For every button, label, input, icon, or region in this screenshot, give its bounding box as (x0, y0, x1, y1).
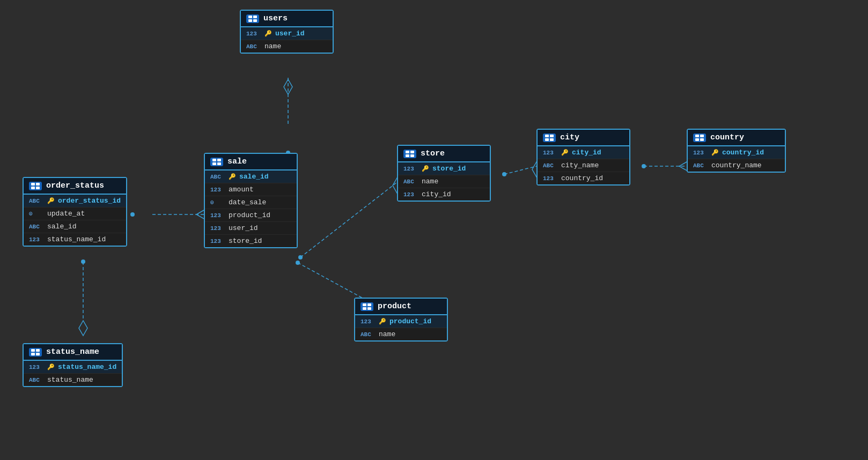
field-order_status-status_name_id: 123 status_name_id (24, 233, 126, 246)
field-sale-store_id: 123 store_id (205, 235, 297, 247)
table-city[interactable]: city 123 🔑 city_id ABC city_name 123 cou… (536, 129, 630, 186)
table-status_name-icon (29, 348, 42, 357)
svg-rect-40 (410, 154, 414, 157)
svg-rect-38 (410, 151, 414, 153)
field-sale-product_id: 123 product_id (205, 209, 297, 222)
table-product-icon (361, 302, 373, 311)
table-city-icon (543, 133, 556, 142)
table-city-label: city (560, 133, 579, 142)
svg-point-19 (642, 164, 646, 168)
svg-rect-47 (545, 138, 549, 141)
svg-rect-36 (36, 353, 40, 355)
table-status_name[interactable]: status_name 123 🔑 status_name_id ABC sta… (23, 343, 123, 387)
table-order_status[interactable]: order_status ABC 🔑 order_status_id ⊙ upd… (23, 177, 127, 247)
svg-rect-29 (31, 183, 35, 186)
svg-rect-43 (363, 307, 366, 310)
svg-rect-23 (248, 19, 252, 22)
table-store-body: 123 🔑 store_id ABC name 123 city_id (398, 162, 490, 201)
field-city-city_id: 123 🔑 city_id (538, 146, 629, 159)
svg-rect-22 (253, 16, 257, 18)
table-status_name-label: status_name (46, 347, 99, 357)
field-sale-date_sale: ⊙ date_sale (205, 196, 297, 209)
field-order_status-id: ABC 🔑 order_status_id (24, 195, 126, 207)
field-users-user_id: 123 🔑 user_id (241, 27, 333, 40)
svg-rect-21 (248, 16, 252, 18)
field-store-name: ABC name (398, 175, 490, 188)
table-order_status-label: order_status (46, 181, 104, 190)
svg-rect-51 (695, 138, 699, 141)
svg-rect-28 (217, 162, 221, 165)
table-city-body: 123 🔑 city_id ABC city_name 123 country_… (538, 146, 629, 184)
field-order_status-sale_id: ABC sale_id (24, 220, 126, 233)
svg-point-7 (81, 259, 85, 264)
table-product-label: product (378, 302, 411, 311)
erd-canvas: users 123 🔑 user_id ABC name sale ABC � (0, 0, 868, 460)
table-product-header: product (355, 299, 447, 315)
svg-rect-41 (363, 303, 366, 306)
svg-rect-32 (36, 187, 40, 189)
table-city-header: city (538, 130, 629, 146)
table-country-label: country (710, 133, 744, 142)
table-store-label: store (421, 149, 445, 158)
field-users-name: ABC name (241, 40, 333, 53)
table-store[interactable]: store 123 🔑 store_id ABC name 123 city_i… (397, 145, 491, 202)
table-store-icon (403, 150, 416, 158)
table-country-icon (693, 133, 706, 142)
svg-rect-42 (367, 303, 371, 306)
table-order_status-body: ABC 🔑 order_status_id ⊙ update_at ABC sa… (24, 195, 126, 246)
table-users-header: users (241, 11, 333, 27)
svg-rect-30 (36, 183, 40, 186)
field-status_name-id: 123 🔑 status_name_id (24, 361, 122, 374)
field-country-country_name: ABC country_name (688, 159, 785, 172)
table-country-body: 123 🔑 country_id ABC country_name (688, 146, 785, 172)
field-sale-sale_id: ABC 🔑 sale_id (205, 170, 297, 183)
svg-rect-48 (550, 138, 554, 141)
svg-rect-50 (700, 135, 704, 137)
svg-rect-46 (550, 135, 554, 137)
svg-rect-44 (367, 307, 371, 310)
table-users-label: users (263, 14, 288, 23)
table-store-header: store (398, 146, 490, 162)
table-country[interactable]: country 123 🔑 country_id ABC country_nam… (687, 129, 786, 173)
svg-rect-49 (695, 135, 699, 137)
table-product[interactable]: product 123 🔑 product_id ABC name (354, 298, 448, 342)
svg-rect-33 (31, 349, 35, 352)
table-sale-icon (210, 158, 223, 166)
table-status_name-body: 123 🔑 status_name_id ABC status_name (24, 361, 122, 386)
table-product-body: 123 🔑 product_id ABC name (355, 315, 447, 340)
svg-line-9 (300, 182, 397, 257)
svg-line-15 (504, 166, 536, 174)
svg-marker-8 (79, 321, 87, 336)
svg-rect-24 (253, 19, 257, 22)
svg-rect-27 (212, 162, 216, 165)
svg-point-10 (298, 255, 303, 259)
svg-rect-25 (212, 159, 216, 161)
table-users-body: 123 🔑 user_id ABC name (241, 27, 333, 53)
table-order_status-header: order_status (24, 178, 126, 195)
svg-point-13 (296, 261, 300, 265)
field-status_name-name: ABC status_name (24, 374, 122, 386)
field-city-country_id: 123 country_id (538, 172, 629, 184)
table-users[interactable]: users 123 🔑 user_id ABC name (240, 10, 334, 54)
table-users-icon (246, 14, 259, 23)
svg-point-16 (502, 172, 506, 176)
svg-rect-35 (31, 353, 35, 355)
table-status_name-header: status_name (24, 344, 122, 361)
svg-point-5 (130, 212, 135, 217)
svg-rect-52 (700, 138, 704, 141)
field-order_status-update_at: ⊙ update_at (24, 207, 126, 220)
svg-rect-26 (217, 159, 221, 161)
field-city-city_name: ABC city_name (538, 159, 629, 172)
relationship-lines (0, 0, 868, 460)
svg-marker-1 (284, 79, 292, 94)
field-sale-user_id: 123 user_id (205, 222, 297, 235)
field-product-product_id: 123 🔑 product_id (355, 315, 447, 328)
table-sale-label: sale (227, 157, 247, 166)
field-country-country_id: 123 🔑 country_id (688, 146, 785, 159)
field-store-store_id: 123 🔑 store_id (398, 162, 490, 175)
table-country-header: country (688, 130, 785, 146)
table-sale[interactable]: sale ABC 🔑 sale_id 123 amount ⊙ date_sal… (204, 153, 298, 248)
field-store-city_id: 123 city_id (398, 188, 490, 201)
svg-rect-39 (406, 154, 409, 157)
table-order_status-icon (29, 182, 42, 190)
